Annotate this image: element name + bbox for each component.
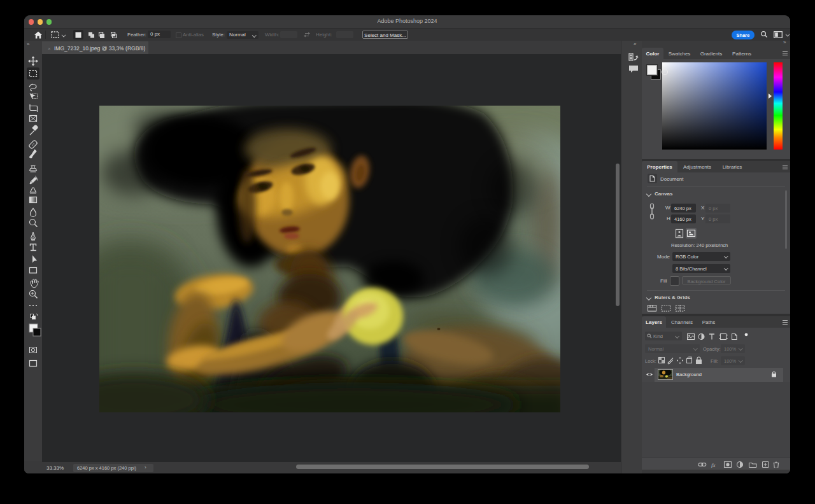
svg-text:fx: fx xyxy=(711,462,716,468)
